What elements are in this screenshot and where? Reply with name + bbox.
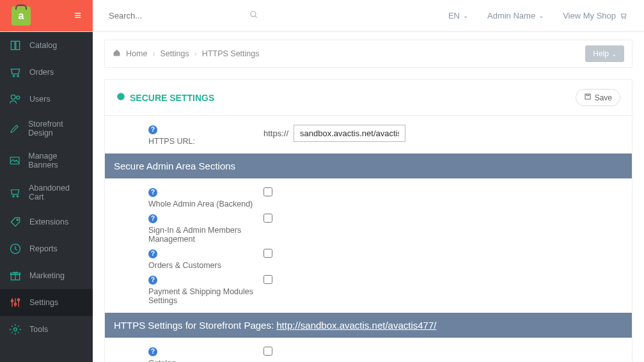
field-label: Payment & Shipping Modules Settings	[148, 287, 253, 305]
svg-point-5	[17, 75, 19, 77]
cart-icon	[9, 186, 21, 199]
svg-rect-20	[585, 94, 590, 99]
catalog-row: ?Catalog	[105, 344, 632, 362]
svg-point-18	[14, 328, 17, 331]
sidebar-item-label: Settings	[29, 298, 58, 307]
signin-row: ?Sign-In & Admin Members Management	[105, 211, 632, 246]
svg-point-6	[11, 95, 15, 99]
svg-point-9	[13, 195, 14, 196]
orders-row: ?Orders & Customers	[105, 246, 632, 272]
gear-icon	[9, 323, 22, 336]
logo-area: a ≡	[0, 0, 93, 31]
view-shop-link[interactable]: View My Shop	[563, 11, 628, 20]
sidebar-item-tools[interactable]: Tools	[0, 316, 93, 343]
panel-title: SECURE SETTINGS	[116, 92, 214, 103]
sidebar-item-label: Manage Banners	[28, 152, 84, 169]
field-label: Whole Admin Area (Backend)	[148, 200, 253, 209]
sidebar-item-label: Orders	[29, 68, 54, 77]
whole-admin-checkbox[interactable]	[263, 187, 272, 196]
image-icon	[9, 154, 20, 167]
help-icon[interactable]: ?	[148, 276, 157, 285]
sidebar-item-users[interactable]: Users	[0, 86, 93, 113]
sidebar-item-label: Extensions	[29, 217, 68, 226]
sidebar-item-banners[interactable]: Manage Banners	[0, 145, 93, 177]
svg-point-2	[622, 17, 624, 19]
panel-header: SECURE SETTINGS Save	[105, 80, 632, 116]
sidebar-item-label: Storefront Design	[28, 120, 84, 138]
https-url-label: ? HTTPS URL:	[116, 125, 263, 146]
search-input[interactable]	[109, 11, 185, 20]
field-label: Sign-In & Admin Members Management	[148, 226, 241, 244]
pencil-icon	[9, 122, 20, 135]
gift-icon	[9, 269, 22, 282]
help-icon[interactable]: ?	[148, 249, 157, 258]
sidebar-item-extensions[interactable]: Extensions	[0, 209, 93, 235]
payment-checkbox[interactable]	[263, 275, 272, 284]
svg-point-0	[251, 12, 256, 17]
topbar-right: EN⌄ Admin Name⌄ View My Shop	[93, 0, 644, 31]
tag-icon	[9, 216, 22, 228]
sidebar-item-label: Reports	[29, 244, 58, 253]
section-admin-header: Secure Admin Area Sections	[105, 153, 632, 178]
sidebar-item-storefront[interactable]: Storefront Design	[0, 113, 93, 145]
clock-icon	[9, 242, 22, 255]
help-icon[interactable]: ?	[148, 214, 157, 223]
svg-point-3	[625, 17, 626, 19]
orders-checkbox[interactable]	[263, 249, 272, 258]
breadcrumb-current: HTTPS Settings	[202, 49, 260, 58]
sidebar-item-label: Marketing	[29, 271, 65, 280]
sidebar-item-settings[interactable]: Settings	[0, 289, 93, 316]
https-url-control: https://	[263, 125, 620, 142]
top-links: EN⌄ Admin Name⌄ View My Shop	[448, 11, 628, 20]
admin-menu[interactable]: Admin Name⌄	[487, 11, 544, 20]
search-area	[109, 10, 258, 21]
https-prefix: https://	[263, 129, 288, 138]
users-icon	[9, 93, 22, 106]
sliders-icon	[9, 296, 22, 309]
help-icon[interactable]: ?	[148, 347, 157, 356]
search-icon[interactable]	[249, 10, 258, 21]
svg-point-11	[17, 219, 19, 221]
help-button[interactable]: Help⌄	[585, 45, 624, 62]
menu-toggle-icon[interactable]: ≡	[74, 9, 81, 22]
save-icon	[584, 93, 592, 102]
field-label: Orders & Customers	[148, 261, 221, 270]
sidebar-item-abandoned[interactable]: Abandoned Cart	[0, 177, 93, 209]
svg-point-4	[13, 75, 15, 77]
help-icon[interactable]: ?	[148, 125, 157, 134]
sidebar-item-reports[interactable]: Reports	[0, 235, 93, 262]
svg-point-7	[17, 96, 20, 99]
chevron-right-icon: ›	[194, 49, 197, 58]
https-url-input[interactable]	[294, 125, 405, 142]
storefront-url-link[interactable]: http://sandbox.avactis.net/avactis477/	[276, 320, 436, 331]
globe-icon	[116, 92, 125, 103]
logo-icon[interactable]: a	[12, 6, 31, 26]
sidebar: Catalog Orders Users Storefront Design M…	[0, 32, 93, 362]
topbar: a ≡ EN⌄ Admin Name⌄ View My Shop	[0, 0, 644, 32]
signin-checkbox[interactable]	[263, 214, 272, 223]
svg-point-19	[117, 93, 125, 100]
save-button[interactable]: Save	[576, 89, 620, 106]
sidebar-item-marketing[interactable]: Marketing	[0, 262, 93, 289]
cart-icon	[619, 12, 628, 20]
https-url-row: ? HTTPS URL: https://	[105, 122, 632, 148]
language-selector[interactable]: EN⌄	[448, 11, 468, 20]
sidebar-item-label: Catalog	[29, 41, 57, 50]
help-icon[interactable]: ?	[148, 188, 157, 197]
breadcrumb-home[interactable]: Home	[126, 49, 147, 58]
cart-icon	[9, 66, 22, 79]
breadcrumb-settings[interactable]: Settings	[161, 49, 189, 58]
field-label: Catalog	[148, 359, 176, 362]
breadcrumb: Home › Settings › HTTPS Settings	[113, 49, 259, 59]
sidebar-item-label: Abandoned Cart	[29, 184, 84, 201]
breadcrumb-row: Home › Settings › HTTPS Settings Help⌄	[104, 40, 632, 68]
payment-row: ?Payment & Shipping Modules Settings	[105, 272, 632, 308]
svg-line-1	[255, 16, 257, 18]
svg-point-10	[17, 195, 18, 196]
sidebar-item-orders[interactable]: Orders	[0, 59, 93, 86]
sidebar-item-catalog[interactable]: Catalog	[0, 32, 93, 59]
chevron-right-icon: ›	[152, 49, 155, 58]
home-icon	[113, 49, 121, 59]
catalog-checkbox[interactable]	[263, 347, 272, 356]
panel-body: ? HTTPS URL: https:// Secure Admin Area …	[105, 116, 632, 362]
